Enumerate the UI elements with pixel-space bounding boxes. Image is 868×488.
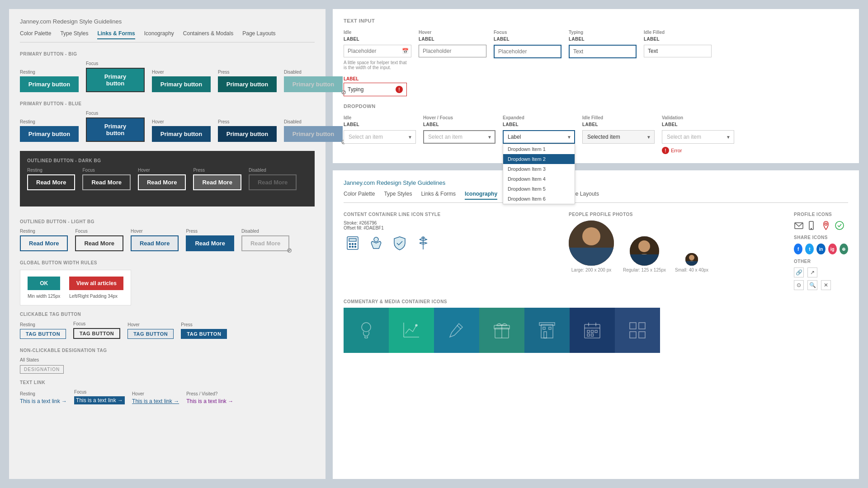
- btn-tag-focus[interactable]: TAG BUTTON: [73, 328, 120, 339]
- dropdown-item-4[interactable]: Dropdown Item 4: [503, 174, 575, 184]
- dropdown-item-6[interactable]: Dropdown Item 6: [503, 194, 575, 204]
- blue-state-hover: Hover Primary button: [152, 119, 211, 142]
- btn-tag-press[interactable]: TAG BUTTON: [181, 329, 227, 339]
- tab-iconography[interactable]: Iconography: [144, 30, 174, 39]
- btn-primary-blue-focus[interactable]: Primary button: [86, 117, 145, 142]
- facebook-icon: f: [794, 244, 802, 254]
- dropdown-filled[interactable]: Selected item: [582, 130, 655, 144]
- link-focus-group: Focus This is a text link: [74, 389, 125, 404]
- btn-outlined-dark-press[interactable]: Read More: [193, 174, 241, 190]
- dropdown-expanded[interactable]: Label: [503, 130, 575, 144]
- btn-outlined-light-focus[interactable]: Read More: [75, 235, 123, 251]
- btn-primary-big-press[interactable]: Primary button: [218, 76, 277, 92]
- input-error-value: Typing: [348, 86, 363, 93]
- btn-outlined-light-hover[interactable]: Read More: [131, 235, 179, 251]
- outlined-dark-label: OUTLINED BUTTON - DARK BG: [27, 158, 307, 163]
- tab-color-palette[interactable]: Color Palette: [20, 30, 51, 39]
- text-link-press[interactable]: This is a text link: [186, 398, 233, 404]
- profile-icons-title: PROFILE ICONS: [794, 212, 848, 217]
- light-state-resting: Resting Read More: [20, 229, 68, 251]
- view-articles-group: View all articles Left/Right Padding 34p…: [69, 277, 123, 299]
- input-typing[interactable]: [569, 45, 637, 58]
- global-width-section: GLOBAL BUTTON WIDTH RULES OK Min width 1…: [20, 260, 315, 305]
- media-icon-lightbulb: [344, 308, 389, 353]
- btn-primary-big-focus[interactable]: Primary button: [86, 68, 145, 92]
- btn-primary-blue-press[interactable]: Primary button: [218, 126, 277, 142]
- dropdown-expanded-group: Expanded Label Label ▼ Dropdown Item 1 D…: [503, 115, 575, 144]
- designation-section: NON-CLICKABLE DESIGNATION TAG All States…: [20, 348, 315, 374]
- btn-primary-blue-resting[interactable]: Primary button: [20, 126, 79, 142]
- btn-primary-big-hover[interactable]: Primary button: [152, 76, 211, 92]
- dropdown-idle[interactable]: Select an item: [344, 130, 416, 144]
- text-link-resting[interactable]: This is a text link: [20, 398, 67, 404]
- tag-button-section-label: CLICKABLE TAG BUTTON: [20, 312, 315, 317]
- svg-rect-48: [595, 330, 597, 333]
- state-label-press: Press: [218, 70, 277, 75]
- tab-type-styles[interactable]: Type Styles: [60, 30, 88, 39]
- bottom-tab-iconography[interactable]: Iconography: [465, 191, 497, 200]
- dropdown-hover-wrapper: Select an item ▼: [423, 130, 495, 144]
- btn-outlined-dark-focus[interactable]: Read More: [82, 174, 130, 190]
- calculator-icon: [344, 234, 362, 252]
- svg-point-26: [362, 323, 371, 332]
- primary-button-big-label: PRIMARY BUTTON - BIG: [20, 52, 315, 56]
- dropdown-item-5[interactable]: Dropdown Item 5: [503, 184, 575, 194]
- svg-point-4: [355, 244, 356, 245]
- tab-containers[interactable]: Containers & Modals: [183, 30, 233, 39]
- btn-tag-hover[interactable]: TAG BUTTON: [127, 329, 174, 339]
- input-focus[interactable]: [494, 45, 561, 58]
- panel-title: Janney.com Redesign Style Guidelines: [20, 18, 315, 25]
- global-width-label: GLOBAL BUTTON WIDTH RULES: [20, 260, 315, 265]
- dropdown-item-2[interactable]: Dropdown Item 2: [503, 154, 575, 164]
- btn-primary-blue-hover[interactable]: Primary button: [152, 126, 211, 142]
- svg-point-15: [638, 240, 650, 252]
- icon-section-row: CONTENT CONTAINER LINE ICON STYLE Stroke…: [344, 212, 848, 290]
- input-idle[interactable]: [344, 45, 411, 57]
- dark-state-resting-label: Resting: [27, 168, 75, 173]
- primary-button-blue-section: PRIMARY BUTTON - BLUE Resting Primary bu…: [20, 101, 315, 142]
- dropdown-validation-group: Validation Label Select an item ▼ ! Erro…: [662, 115, 734, 154]
- tab-links-forms[interactable]: Links & Forms: [97, 30, 135, 39]
- dropdown-item-3[interactable]: Dropdown Item 3: [503, 164, 575, 174]
- profile-photo-large: [569, 221, 614, 266]
- dropdown-hover[interactable]: Select an item: [423, 130, 495, 144]
- profile-photos-row: Large: 200 x 200 px: [569, 221, 780, 272]
- dropdown-error-text: Error: [671, 148, 682, 153]
- hands-icon: [367, 234, 385, 252]
- dropdown-filled-wrapper: Selected item ▼: [582, 130, 655, 144]
- light-state-press-label: Press: [186, 229, 234, 234]
- svg-point-7: [355, 246, 356, 248]
- text-link-focus[interactable]: This is a text link: [74, 396, 125, 404]
- bottom-tab-color[interactable]: Color Palette: [344, 191, 375, 200]
- btn-outlined-light-press[interactable]: Read More: [186, 235, 234, 251]
- state-focus: Focus Primary button: [86, 61, 145, 92]
- right-column: TEXT INPUT Idle LABEL 📅 A little space f…: [333, 9, 859, 479]
- text-link-hover[interactable]: This is a text link: [132, 398, 179, 404]
- btn-outlined-dark-resting[interactable]: Read More: [27, 174, 75, 190]
- input-hover[interactable]: [419, 45, 486, 57]
- svg-point-25: [835, 221, 844, 230]
- bottom-tab-links[interactable]: Links & Forms: [421, 191, 456, 200]
- outlined-light-states: Resting Read More Focus Read More Hover …: [20, 229, 315, 251]
- btn-primary-big-resting[interactable]: Primary button: [20, 76, 79, 92]
- dropdown-validation[interactable]: Select an item: [662, 130, 734, 144]
- dropdown-item-1[interactable]: Dropdown Item 1: [503, 144, 575, 154]
- btn-outlined-dark-hover[interactable]: Read More: [138, 174, 186, 190]
- input-error-field[interactable]: Typing !: [344, 83, 407, 96]
- blue-state-resting: Resting Primary button: [20, 119, 79, 142]
- btn-tag-resting[interactable]: TAG BUTTON: [20, 329, 66, 339]
- btn-view-articles[interactable]: View all articles: [69, 277, 123, 290]
- tab-page-layouts[interactable]: Page Layouts: [242, 30, 275, 39]
- media-icons-title: COMMENTARY & MEDIA CONTAINER ICONS: [344, 299, 848, 304]
- link-resting-group: Resting This is a text link: [20, 391, 67, 404]
- dropdown-validation-field-label: Label: [662, 122, 734, 127]
- btn-ok[interactable]: OK: [28, 277, 60, 290]
- svg-rect-51: [630, 323, 636, 329]
- input-filled-group: Idle Filled LABEL: [644, 30, 712, 70]
- input-focus-field-label: LABEL: [494, 37, 561, 42]
- media-icons-row: [344, 308, 848, 353]
- input-filled[interactable]: [644, 45, 712, 57]
- svg-point-19: [689, 255, 694, 260]
- btn-outlined-light-resting[interactable]: Read More: [20, 235, 68, 251]
- bottom-tab-type[interactable]: Type Styles: [384, 191, 412, 200]
